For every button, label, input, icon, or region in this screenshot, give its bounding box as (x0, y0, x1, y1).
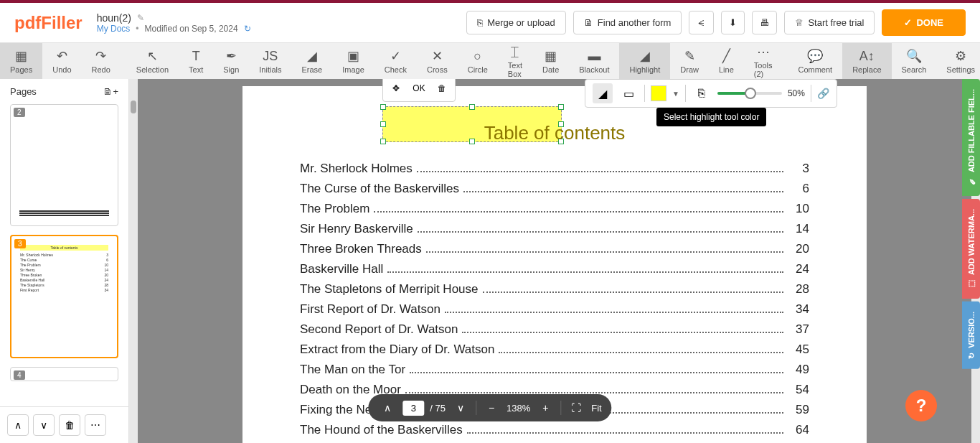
tool-initials[interactable]: JSInitials (249, 43, 291, 79)
merge-upload-button[interactable]: ⎘ Merge or upload (466, 11, 566, 34)
resize-handle[interactable] (469, 104, 475, 110)
resize-handle[interactable] (380, 104, 386, 110)
move-icon[interactable]: ✥ (386, 79, 406, 98)
tool-sign[interactable]: ✒Sign (213, 43, 249, 79)
upload-icon: ⎘ (477, 17, 483, 28)
tool-selection[interactable]: ↖Selection (126, 43, 179, 79)
sidebar-scrollbar[interactable] (129, 79, 138, 443)
tool-search[interactable]: 🔍Search (892, 43, 937, 79)
circle-label: Circle (468, 65, 488, 74)
opacity-slider[interactable] (717, 92, 782, 95)
delete-icon[interactable]: 🗑 (432, 79, 452, 98)
search-label: Search (902, 65, 927, 74)
ok-button[interactable]: OK (409, 79, 429, 98)
page-thumbnail-3[interactable]: 3 Table of contents Mr. Sherlock Holmes3… (10, 235, 118, 358)
draw-label: Draw (680, 65, 699, 74)
logo: pdfFiller (14, 13, 83, 33)
zoom-out-button[interactable]: − (482, 398, 501, 417)
zoom-in-button[interactable]: + (536, 398, 555, 417)
erase-icon: ◢ (307, 48, 317, 64)
sync-icon[interactable]: ↻ (244, 24, 251, 34)
tool-replace[interactable]: A↕Replace (842, 43, 891, 79)
tool-textbox[interactable]: ⌶Text Box (498, 43, 532, 79)
highlight-box-icon[interactable]: ▭ (618, 83, 639, 103)
settings-icon: ⚙ (955, 48, 966, 64)
my-docs-link[interactable]: My Docs (97, 24, 131, 34)
page-down-button[interactable]: ∨ (33, 414, 55, 436)
add-watermark-tab[interactable]: ⬚ADD WATERMA... (962, 199, 980, 299)
fit-label[interactable]: Fit (591, 403, 601, 414)
tool-comment[interactable]: 💬Comment (788, 43, 842, 79)
toc-entry-name: Three Broken Threads (300, 242, 422, 256)
tool-undo[interactable]: ↶Undo (42, 43, 81, 79)
next-page-button[interactable]: ∨ (451, 398, 470, 417)
document-info: houn(2) ✎ My Docs • Modified on Sep 5, 2… (97, 12, 466, 34)
opacity-value: 50% (788, 88, 805, 98)
toc-entry-page: 24 (788, 262, 809, 276)
date-label: Date (542, 65, 559, 74)
more-page-button[interactable]: ⋯ (85, 414, 106, 436)
toc-entry-page: 34 (788, 302, 809, 317)
canvas[interactable]: ✥ OK 🗑 Table of contents Mr. Sherlock Ho… (138, 79, 971, 443)
tool-check[interactable]: ✓Check (374, 43, 417, 79)
erase-label: Erase (301, 65, 322, 74)
page-thumbnail-2[interactable]: 2 (10, 104, 118, 226)
color-dropdown-icon[interactable]: ▼ (672, 90, 679, 98)
tool-highlight[interactable]: ◢Highlight (619, 43, 670, 79)
highlight-options-bar: ◢ ▭ ▼ ⎘ 50% 🔗 (585, 79, 837, 108)
tool-date[interactable]: ▦Date (532, 43, 569, 79)
toc-entry-page: 3 (788, 162, 809, 176)
header: pdfFiller houn(2) ✎ My Docs • Modified o… (0, 3, 980, 43)
draw-icon: ✎ (684, 48, 695, 64)
image-icon: ▣ (347, 48, 359, 64)
copy-icon[interactable]: ⎘ (692, 83, 712, 103)
tool-settings[interactable]: ⚙Settings (936, 43, 980, 79)
print-icon: 🖶 (760, 17, 769, 28)
delete-page-button[interactable]: 🗑 (59, 414, 80, 436)
tool-line[interactable]: ╱Line (709, 43, 744, 79)
tool-draw[interactable]: ✎Draw (670, 43, 709, 79)
page-thumbnail-4[interactable]: 4 (10, 367, 118, 381)
done-button[interactable]: ✓ DONE (882, 9, 966, 36)
settings-label: Settings (946, 65, 975, 74)
current-page-input[interactable] (402, 401, 424, 416)
toc-entry-page: 20 (788, 242, 809, 256)
tool-image[interactable]: ▣Image (332, 43, 374, 79)
share-icon: ⪪ (697, 17, 706, 28)
tool-tools[interactable]: ⋯Tools (2) (744, 43, 783, 79)
toc-entry-name: Second Report of Dr. Watson (300, 322, 458, 337)
fit-icon[interactable]: ⛶ (567, 398, 585, 417)
toc-entry-name: The Stapletons of Merripit House (300, 282, 479, 297)
line-label: Line (719, 65, 734, 74)
blackout-label: Blackout (579, 65, 609, 74)
tool-blackout[interactable]: ▬Blackout (569, 43, 619, 79)
toc-entry-page: 28 (788, 282, 809, 297)
tools-label: Tools (2) (754, 61, 773, 78)
download-button[interactable]: ⬇ (721, 11, 745, 34)
tool-erase[interactable]: ◢Erase (291, 43, 332, 79)
cross-label: Cross (427, 65, 448, 74)
print-button[interactable]: 🖶 (752, 11, 777, 34)
add-fillable-fields-tab[interactable]: ✎ADD FILLABLE FIEL... (962, 79, 980, 196)
toc-entry-page: 54 (788, 383, 809, 397)
tool-pages[interactable]: ▦Pages (0, 43, 42, 79)
highlight-erase-icon[interactable]: ◢ (593, 83, 613, 103)
link-icon[interactable]: 🔗 (817, 88, 829, 99)
textbox-label: Text Box (508, 61, 522, 78)
help-button[interactable]: ? (905, 390, 937, 421)
resize-handle[interactable] (558, 104, 564, 110)
highlight-color-swatch[interactable] (651, 85, 666, 101)
tool-circle[interactable]: ○Circle (458, 43, 498, 79)
share-button[interactable]: ⪪ (689, 11, 714, 34)
find-form-button[interactable]: 🗎 Find another form (573, 11, 682, 34)
tool-cross[interactable]: ✕Cross (417, 43, 458, 79)
sign-label: Sign (223, 65, 239, 74)
page-up-button[interactable]: ∧ (7, 414, 29, 436)
prev-page-button[interactable]: ∧ (378, 398, 397, 417)
edit-title-icon[interactable]: ✎ (137, 13, 144, 23)
start-trial-button[interactable]: ♕ Start free trial (784, 11, 875, 34)
versions-tab[interactable]: ↻VERSIO... (962, 302, 980, 369)
tool-text[interactable]: TText (179, 43, 213, 79)
tool-redo[interactable]: ↷Redo (82, 43, 121, 79)
add-page-icon[interactable]: 🗎+ (103, 86, 118, 97)
